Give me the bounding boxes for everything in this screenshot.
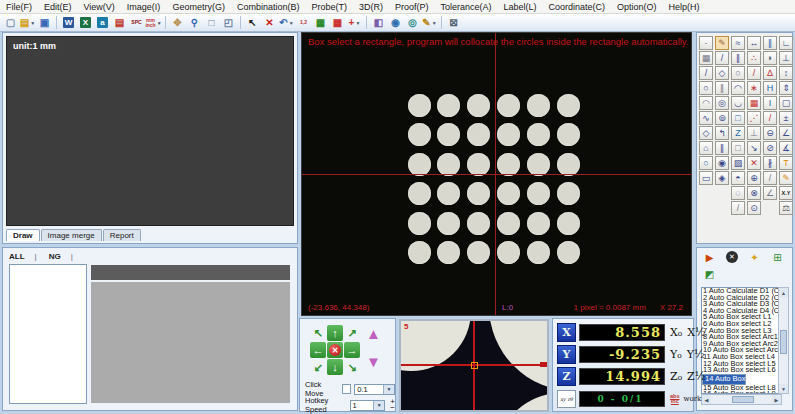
- palette-slot-icon[interactable]: ▭: [699, 171, 713, 185]
- program-run-program-icon[interactable]: ▶: [703, 251, 716, 264]
- hscroll-thumb[interactable]: [732, 396, 754, 403]
- results-grid-body[interactable]: [91, 282, 290, 403]
- menu-item-help-h[interactable]: Help(H): [663, 2, 706, 12]
- toolbar-script-edit-button[interactable]: ✎▼: [421, 15, 438, 30]
- move-down-left-button[interactable]: ↙: [310, 359, 326, 375]
- xy-polar-mode-button[interactable]: xy rθ: [557, 390, 576, 408]
- x-half-button[interactable]: X½: [687, 326, 706, 339]
- palette-construct-points-icon[interactable]: ⋰: [747, 111, 761, 125]
- dropdown-arrow-icon[interactable]: ▼: [432, 20, 437, 26]
- palette-arc-bottom-icon[interactable]: ◡: [731, 96, 745, 110]
- dropdown-arrow-icon[interactable]: ▼: [289, 20, 294, 26]
- program-stop-icon[interactable]: ✕: [726, 251, 738, 263]
- abs-inc-toggle[interactable]: abs inc: [670, 394, 679, 405]
- palette-dot-circle-icon[interactable]: ⊙: [747, 201, 761, 215]
- palette-elbow-arc-icon[interactable]: ↰: [715, 126, 729, 140]
- y-zero-button[interactable]: Y₀: [670, 348, 682, 361]
- palette-parallel-copy-icon[interactable]: ∥: [731, 51, 745, 65]
- menu-item-view-v[interactable]: View(V): [78, 2, 121, 12]
- palette-point-icon[interactable]: ·: [699, 36, 713, 50]
- palette-corner-angle-icon[interactable]: ∟: [779, 36, 793, 50]
- palette-small-slash-icon[interactable]: /: [731, 201, 745, 215]
- palette-offset-line-icon[interactable]: ◇: [715, 66, 729, 80]
- x-zero-button[interactable]: X₀: [670, 326, 682, 339]
- palette-coords-icon[interactable]: X.Y: [779, 186, 793, 200]
- palette-arc-top-icon[interactable]: ◠: [731, 81, 745, 95]
- palette-open-angle-icon[interactable]: ∠: [763, 186, 777, 200]
- palette-i-beam-icon[interactable]: I: [763, 96, 777, 110]
- results-tab-ng[interactable]: NG: [47, 252, 71, 261]
- zoom-window[interactable]: 5: [399, 319, 549, 412]
- results-tab-all[interactable]: ALL: [7, 252, 35, 261]
- toolbar-exit-box-button[interactable]: ⊠: [445, 15, 462, 30]
- palette-polygon-icon[interactable]: ⌂: [699, 141, 713, 155]
- palette-leader-line-icon[interactable]: ↘: [747, 141, 761, 155]
- toolbar-export-a-button[interactable]: a: [94, 15, 111, 30]
- palette-grid-red-icon[interactable]: ▦: [747, 96, 761, 110]
- palette-hatch-box-icon[interactable]: ▨: [731, 156, 745, 170]
- menu-item-tolerance-a[interactable]: Tolerance(A): [434, 2, 497, 12]
- move-down-button[interactable]: ↓: [327, 359, 343, 375]
- program-window-grid-icon[interactable]: ⊞: [771, 251, 784, 264]
- toolbar-crosshair-button[interactable]: +▼: [346, 15, 363, 30]
- palette-cone-icon[interactable]: ◗: [763, 51, 777, 65]
- menu-item-edit-e[interactable]: Edit(E): [38, 2, 78, 12]
- toolbar-open-file-button[interactable]: ▤▼: [19, 15, 36, 30]
- z-zero-button[interactable]: Z₀: [670, 370, 682, 383]
- palette-dim-vertical-icon[interactable]: ↕: [779, 66, 793, 80]
- toolbar-zoom-magnifier-button[interactable]: ⚲: [186, 15, 203, 30]
- dropdown-arrow-icon[interactable]: ▼: [157, 20, 162, 26]
- scroll-up-button[interactable]: ▲: [779, 288, 788, 297]
- palette-diamond-icon[interactable]: ◇: [699, 126, 713, 140]
- palette-diamond-box-icon[interactable]: ◈: [715, 171, 729, 185]
- palette-circle-slash-icon[interactable]: ⊘: [763, 141, 777, 155]
- toolbar-zoom-region-button[interactable]: ◰: [220, 15, 237, 30]
- tab-draw[interactable]: Draw: [6, 229, 40, 241]
- palette-balance-icon[interactable]: ⚖: [779, 201, 793, 215]
- toolbar-export-excel-button[interactable]: X: [77, 15, 94, 30]
- menu-item-proof-p[interactable]: Proof(P): [389, 2, 435, 12]
- palette-parallel-lines-icon[interactable]: ∥: [715, 81, 729, 95]
- toolbar-select-cursor-button[interactable]: ↖: [244, 15, 261, 30]
- program-run-step-icon[interactable]: ◩: [703, 268, 716, 281]
- palette-spline-icon[interactable]: ∿: [699, 111, 713, 125]
- palette-scan-circle-icon[interactable]: ○: [731, 66, 745, 80]
- palette-half-circle-icon[interactable]: ◓: [731, 171, 745, 185]
- move-down-right-button[interactable]: ↘: [344, 359, 360, 375]
- z-down-button[interactable]: ▼: [366, 355, 381, 369]
- palette-target-icon[interactable]: ◉: [715, 156, 729, 170]
- program-list-vscrollbar[interactable]: ▲ ▼: [778, 287, 789, 394]
- palette-slash-point-icon[interactable]: /: [763, 111, 777, 125]
- z-up-button[interactable]: ▲: [366, 327, 381, 341]
- tab-image-merge[interactable]: Image merge: [41, 229, 102, 241]
- program-list-hscrollbar[interactable]: ◀ ▶: [701, 394, 782, 405]
- menu-item-file-f[interactable]: File(F): [0, 2, 38, 12]
- palette-arc-icon[interactable]: ◠: [699, 96, 713, 110]
- palette-dashed-circle-icon[interactable]: ◌: [731, 186, 745, 200]
- palette-parallel-diag-icon[interactable]: ∥: [715, 141, 729, 155]
- palette-plus-minus-icon[interactable]: ±: [779, 111, 793, 125]
- click-move-select[interactable]: 0.1 ▼: [354, 384, 395, 395]
- palette-cross-icon[interactable]: ✕: [747, 156, 761, 170]
- palette-edit-line-icon[interactable]: ✎: [715, 36, 729, 50]
- scroll-right-button[interactable]: ▶: [772, 395, 781, 404]
- scroll-left-button[interactable]: ◀: [702, 395, 711, 404]
- program-step-list[interactable]: 1 Auto Calculate D1 (C23,2 Auto Calculat…: [701, 287, 782, 394]
- toolbar-export-word-button[interactable]: W: [60, 15, 77, 30]
- work-coordinate-button[interactable]: work: [683, 395, 701, 403]
- palette-pencil-icon[interactable]: ✎: [779, 171, 793, 185]
- palette-gear-circle-icon[interactable]: ◎: [715, 96, 729, 110]
- camera-view[interactable]: Box select a rectangle, program will col…: [301, 32, 692, 316]
- dropdown-arrow-icon[interactable]: ▼: [373, 401, 384, 410]
- move-right-button[interactable]: →: [344, 342, 360, 358]
- program-lamp-icon[interactable]: ✦: [748, 251, 761, 264]
- palette-perpendicular-icon[interactable]: ⊥: [747, 126, 761, 140]
- palette-z-box-icon[interactable]: Z: [731, 126, 745, 140]
- toolbar-globe-button[interactable]: ◉: [387, 15, 404, 30]
- dropdown-arrow-icon[interactable]: ▼: [30, 20, 35, 26]
- palette-circle-cross-icon[interactable]: ⊕: [747, 171, 761, 185]
- draw-canvas[interactable]: unit:1 mm: [6, 36, 294, 226]
- menu-item-coordinate-c[interactable]: Coordinate(C): [543, 2, 612, 12]
- scroll-down-button[interactable]: ▼: [779, 384, 788, 393]
- toolbar-spc-button[interactable]: SPC: [128, 15, 145, 30]
